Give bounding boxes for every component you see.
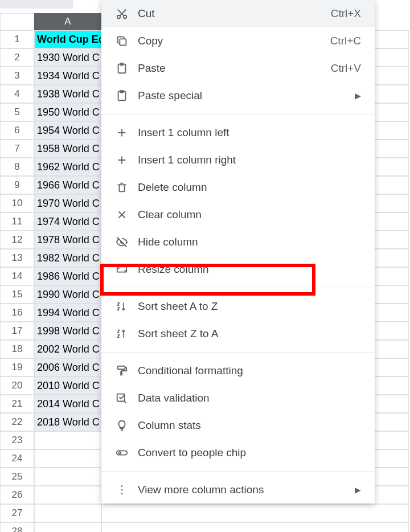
menu-insert-right[interactable]: Insert 1 column right	[101, 146, 375, 174]
cell[interactable]: 1974 World C	[34, 212, 101, 231]
row-header[interactable]: 19	[0, 358, 34, 377]
eye-off-icon	[115, 235, 129, 249]
cell[interactable]: 2010 World C	[34, 377, 101, 395]
row-header[interactable]: 15	[0, 285, 34, 304]
cell[interactable]: 1990 World C	[34, 285, 101, 304]
row-header[interactable]: 9	[0, 176, 34, 194]
data-validation-icon	[115, 391, 129, 405]
svg-rect-8	[118, 366, 125, 370]
row-header[interactable]: 3	[0, 67, 34, 85]
menu-data-val-label: Data validation	[138, 392, 361, 404]
row-header[interactable]: 22	[0, 413, 34, 431]
menu-copy[interactable]: Copy Ctrl+C	[101, 27, 375, 55]
cell[interactable]: 1934 World C	[34, 67, 101, 85]
menu-resize-column[interactable]: Resize column	[101, 256, 375, 283]
cell[interactable]	[34, 486, 101, 504]
row-header[interactable]: 27	[0, 504, 34, 522]
resize-icon	[115, 263, 129, 276]
cell[interactable]: 2006 World C	[34, 358, 101, 377]
submenu-arrow-icon: ▶	[355, 91, 361, 100]
menu-people-chip[interactable]: Convert to people chip	[101, 439, 375, 466]
menu-paste-special[interactable]: Paste special ▶	[101, 82, 375, 109]
cell[interactable]: 1994 World C	[34, 304, 101, 322]
cell[interactable]: 1950 World C	[34, 103, 101, 121]
menu-sort-za[interactable]: Sort sheet Z to A	[101, 320, 375, 347]
menu-clear-label: Clear column	[138, 208, 361, 221]
row-header[interactable]: 25	[0, 468, 34, 486]
menu-sort-az[interactable]: Sort sheet A to Z	[101, 293, 375, 320]
row-header[interactable]: 4	[0, 85, 34, 103]
x-icon	[115, 208, 129, 222]
row-header[interactable]: 18	[0, 340, 34, 358]
row-header[interactable]: 21	[0, 395, 34, 413]
cell[interactable]	[34, 449, 101, 468]
menu-delete-column[interactable]: Delete column	[101, 174, 375, 201]
menu-cut[interactable]: Cut Ctrl+X	[101, 0, 375, 27]
cell[interactable]: 1938 World C	[34, 85, 101, 103]
row-header[interactable]: 6	[0, 121, 34, 140]
row-header[interactable]: 12	[0, 231, 34, 249]
svg-point-14	[121, 493, 123, 494]
cell[interactable]: 1962 World C	[34, 158, 101, 176]
row-header[interactable]: 23	[0, 431, 34, 449]
cell[interactable]: 1982 World C	[34, 249, 101, 267]
menu-copy-label: Copy	[138, 35, 330, 47]
row-header[interactable]: 2	[0, 48, 34, 67]
menu-more-label: View more column actions	[138, 484, 355, 496]
menu-paste-special-label: Paste special	[138, 89, 355, 102]
row-header[interactable]: 28	[0, 522, 34, 532]
cell[interactable]: 2002 World C	[34, 340, 101, 358]
cell[interactable]: 1986 World C	[34, 267, 101, 285]
row-header[interactable]: 16	[0, 304, 34, 322]
row-header[interactable]: 5	[0, 103, 34, 121]
cell[interactable]: 2018 World C	[34, 413, 101, 431]
cell[interactable]: 1958 World C	[34, 140, 101, 158]
context-menu: Cut Ctrl+X Copy Ctrl+C Paste Ctrl+V Past…	[101, 0, 375, 504]
row-header[interactable]: 7	[0, 140, 34, 158]
menu-resize-label: Resize column	[138, 263, 361, 276]
row-header[interactable]: 14	[0, 267, 34, 285]
row-header[interactable]: 20	[0, 377, 34, 395]
menu-insert-left[interactable]: Insert 1 column left	[101, 119, 375, 146]
cell[interactable]	[101, 522, 409, 532]
cell[interactable]	[34, 504, 101, 522]
cell[interactable]: 2014 World C	[34, 395, 101, 413]
cell[interactable]: 1978 World C	[34, 231, 101, 249]
menu-paste-label: Paste	[138, 62, 331, 75]
row-header[interactable]: 13	[0, 249, 34, 267]
cell[interactable]: 1954 World C	[34, 121, 101, 140]
corner-cell[interactable]	[0, 13, 34, 30]
plus-icon	[115, 153, 129, 167]
cell[interactable]: 1970 World C	[34, 194, 101, 212]
more-icon	[115, 483, 129, 497]
row-header[interactable]: 1	[0, 30, 34, 48]
menu-data-validation[interactable]: Data validation	[101, 384, 375, 412]
cell[interactable]: 1998 World C	[34, 322, 101, 340]
copy-icon	[115, 34, 129, 48]
row-header[interactable]: 26	[0, 486, 34, 504]
row-header[interactable]: 17	[0, 322, 34, 340]
cell[interactable]: 1966 World C	[34, 176, 101, 194]
menu-conditional-formatting[interactable]: Conditional formatting	[101, 357, 375, 384]
menu-clear-column[interactable]: Clear column	[101, 201, 375, 228]
menu-delete-label: Delete column	[138, 181, 361, 194]
cell[interactable]	[101, 504, 409, 522]
cell[interactable]: World Cup Ed	[34, 30, 101, 48]
svg-rect-9	[117, 394, 125, 402]
menu-column-stats[interactable]: Column stats	[101, 412, 375, 439]
row-header[interactable]: 24	[0, 449, 34, 468]
menu-col-stats-label: Column stats	[138, 419, 361, 432]
row-header[interactable]: 10	[0, 194, 34, 212]
cell[interactable]	[34, 468, 101, 486]
row-header[interactable]: 11	[0, 212, 34, 231]
paste-icon	[115, 62, 129, 75]
menu-paste[interactable]: Paste Ctrl+V	[101, 55, 375, 82]
column-header-a[interactable]: A	[34, 13, 101, 30]
menu-sort-za-label: Sort sheet Z to A	[138, 328, 361, 340]
menu-more-actions[interactable]: View more column actions ▶	[101, 476, 375, 504]
row-header[interactable]: 8	[0, 158, 34, 176]
cell[interactable]: 1930 World C	[34, 48, 101, 67]
cell[interactable]	[34, 431, 101, 449]
cell[interactable]	[34, 522, 101, 532]
menu-hide-column[interactable]: Hide column	[101, 228, 375, 256]
